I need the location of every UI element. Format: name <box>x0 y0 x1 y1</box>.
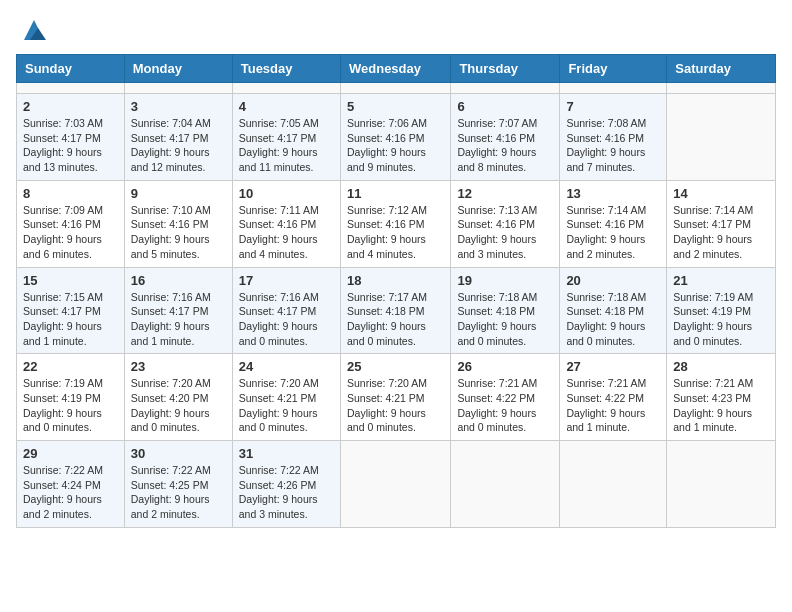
calendar-cell: 30Sunrise: 7:22 AMSunset: 4:25 PMDayligh… <box>124 441 232 528</box>
calendar-cell: 8Sunrise: 7:09 AMSunset: 4:16 PMDaylight… <box>17 180 125 267</box>
calendar-week-row <box>17 83 776 94</box>
calendar-header-saturday: Saturday <box>667 55 776 83</box>
calendar-cell <box>451 441 560 528</box>
calendar-header-sunday: Sunday <box>17 55 125 83</box>
calendar-cell: 11Sunrise: 7:12 AMSunset: 4:16 PMDayligh… <box>340 180 450 267</box>
calendar-cell: 12Sunrise: 7:13 AMSunset: 4:16 PMDayligh… <box>451 180 560 267</box>
calendar-cell: 25Sunrise: 7:20 AMSunset: 4:21 PMDayligh… <box>340 354 450 441</box>
calendar-cell: 7Sunrise: 7:08 AMSunset: 4:16 PMDaylight… <box>560 94 667 181</box>
calendar-cell: 15Sunrise: 7:15 AMSunset: 4:17 PMDayligh… <box>17 267 125 354</box>
calendar-cell <box>451 83 560 94</box>
calendar-cell: 28Sunrise: 7:21 AMSunset: 4:23 PMDayligh… <box>667 354 776 441</box>
calendar-cell <box>232 83 340 94</box>
calendar-header-thursday: Thursday <box>451 55 560 83</box>
calendar-cell: 5Sunrise: 7:06 AMSunset: 4:16 PMDaylight… <box>340 94 450 181</box>
logo-icon <box>20 16 48 44</box>
calendar-cell: 31Sunrise: 7:22 AMSunset: 4:26 PMDayligh… <box>232 441 340 528</box>
calendar-cell: 23Sunrise: 7:20 AMSunset: 4:20 PMDayligh… <box>124 354 232 441</box>
calendar-header-tuesday: Tuesday <box>232 55 340 83</box>
calendar-cell: 13Sunrise: 7:14 AMSunset: 4:16 PMDayligh… <box>560 180 667 267</box>
calendar-cell: 3Sunrise: 7:04 AMSunset: 4:17 PMDaylight… <box>124 94 232 181</box>
calendar-cell: 21Sunrise: 7:19 AMSunset: 4:19 PMDayligh… <box>667 267 776 354</box>
calendar-cell: 26Sunrise: 7:21 AMSunset: 4:22 PMDayligh… <box>451 354 560 441</box>
calendar-cell <box>667 94 776 181</box>
calendar-cell: 20Sunrise: 7:18 AMSunset: 4:18 PMDayligh… <box>560 267 667 354</box>
calendar-cell: 27Sunrise: 7:21 AMSunset: 4:22 PMDayligh… <box>560 354 667 441</box>
calendar-cell: 29Sunrise: 7:22 AMSunset: 4:24 PMDayligh… <box>17 441 125 528</box>
calendar-cell: 17Sunrise: 7:16 AMSunset: 4:17 PMDayligh… <box>232 267 340 354</box>
calendar-cell: 19Sunrise: 7:18 AMSunset: 4:18 PMDayligh… <box>451 267 560 354</box>
calendar-header-row: SundayMondayTuesdayWednesdayThursdayFrid… <box>17 55 776 83</box>
calendar-week-row: 2Sunrise: 7:03 AMSunset: 4:17 PMDaylight… <box>17 94 776 181</box>
calendar-cell: 16Sunrise: 7:16 AMSunset: 4:17 PMDayligh… <box>124 267 232 354</box>
calendar-cell: 18Sunrise: 7:17 AMSunset: 4:18 PMDayligh… <box>340 267 450 354</box>
calendar-cell: 9Sunrise: 7:10 AMSunset: 4:16 PMDaylight… <box>124 180 232 267</box>
calendar-header-friday: Friday <box>560 55 667 83</box>
calendar-cell: 4Sunrise: 7:05 AMSunset: 4:17 PMDaylight… <box>232 94 340 181</box>
calendar-week-row: 22Sunrise: 7:19 AMSunset: 4:19 PMDayligh… <box>17 354 776 441</box>
calendar-cell <box>667 83 776 94</box>
calendar-header-monday: Monday <box>124 55 232 83</box>
calendar-cell: 10Sunrise: 7:11 AMSunset: 4:16 PMDayligh… <box>232 180 340 267</box>
calendar-cell <box>667 441 776 528</box>
calendar-week-row: 8Sunrise: 7:09 AMSunset: 4:16 PMDaylight… <box>17 180 776 267</box>
logo <box>16 16 48 44</box>
page-header <box>16 16 776 44</box>
calendar-week-row: 29Sunrise: 7:22 AMSunset: 4:24 PMDayligh… <box>17 441 776 528</box>
calendar-cell: 6Sunrise: 7:07 AMSunset: 4:16 PMDaylight… <box>451 94 560 181</box>
calendar-cell <box>340 83 450 94</box>
calendar-cell: 14Sunrise: 7:14 AMSunset: 4:17 PMDayligh… <box>667 180 776 267</box>
calendar-cell <box>560 441 667 528</box>
calendar-table: SundayMondayTuesdayWednesdayThursdayFrid… <box>16 54 776 528</box>
calendar-cell: 24Sunrise: 7:20 AMSunset: 4:21 PMDayligh… <box>232 354 340 441</box>
calendar-cell <box>340 441 450 528</box>
calendar-cell: 2Sunrise: 7:03 AMSunset: 4:17 PMDaylight… <box>17 94 125 181</box>
calendar-cell <box>560 83 667 94</box>
calendar-cell: 22Sunrise: 7:19 AMSunset: 4:19 PMDayligh… <box>17 354 125 441</box>
calendar-week-row: 15Sunrise: 7:15 AMSunset: 4:17 PMDayligh… <box>17 267 776 354</box>
calendar-cell <box>124 83 232 94</box>
calendar-header-wednesday: Wednesday <box>340 55 450 83</box>
calendar-cell <box>17 83 125 94</box>
